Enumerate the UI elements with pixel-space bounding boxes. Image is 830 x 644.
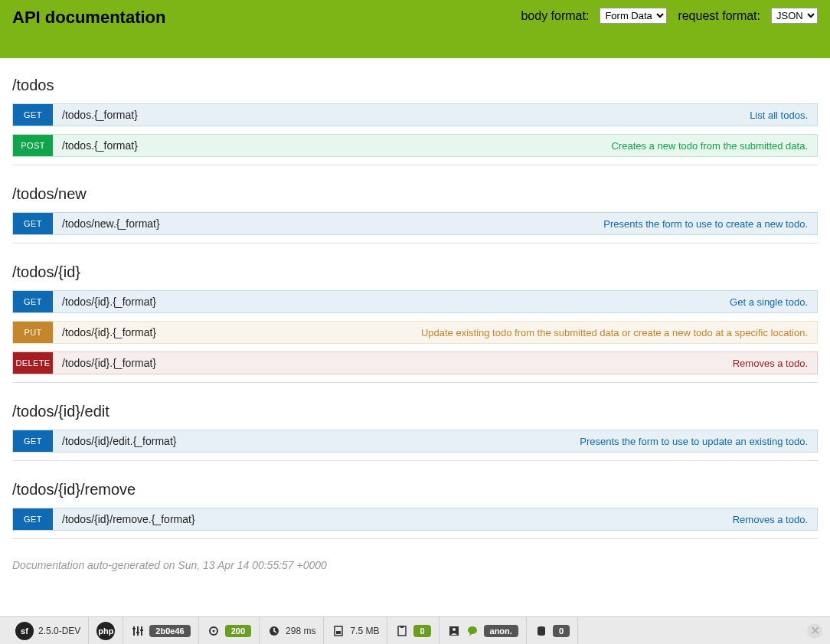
endpoint-body: /todos/{id}.{_format} Removes a todo. xyxy=(53,352,817,374)
endpoint-desc: Presents the form to use to update an ex… xyxy=(580,436,808,447)
endpoint-path: /todos/{id}.{_format} xyxy=(62,357,156,369)
endpoint-path: /todos/{id}/edit.{_format} xyxy=(62,435,176,447)
api-section: /todos/{id}/edit GET /todos/{id}/edit.{_… xyxy=(12,403,818,461)
section-title[interactable]: /todos xyxy=(12,77,818,94)
page-title: API documentation xyxy=(12,8,165,28)
endpoint-body: /todos/new.{_format} Presents the form t… xyxy=(53,213,817,234)
method-badge-get: GET xyxy=(13,508,53,530)
endpoint-body: /todos/{id}.{_format} Update existing to… xyxy=(53,322,817,343)
endpoint-path: /todos/{id}.{_format} xyxy=(62,326,156,338)
content: /todos GET /todos.{_format} List all tod… xyxy=(0,58,830,579)
endpoint-desc: Presents the form to use to create a new… xyxy=(603,218,808,230)
footnote: Documentation auto-generated on Sun, 13 … xyxy=(12,559,818,571)
endpoint-body: /todos/{id}.{_format} Get a single todo. xyxy=(53,291,817,312)
endpoint-desc: List all todos. xyxy=(750,110,808,121)
method-badge-get: GET xyxy=(13,291,53,312)
api-section: /todos/{id} GET /todos/{id}.{_format} Ge… xyxy=(12,263,818,383)
endpoint-row[interactable]: GET /todos/{id}.{_format} Get a single t… xyxy=(12,290,818,313)
method-badge-get: GET xyxy=(13,430,53,452)
endpoint-body: /todos/{id}/edit.{_format} Presents the … xyxy=(53,430,817,452)
section-title[interactable]: /todos/{id}/remove xyxy=(12,481,818,499)
request-format-select[interactable]: JSON xyxy=(771,8,818,24)
section-divider xyxy=(12,460,818,461)
endpoint-desc: Update existing todo from the submitted … xyxy=(421,327,808,338)
section-divider xyxy=(12,243,818,244)
section-divider xyxy=(12,165,818,165)
method-badge-get: GET xyxy=(13,213,53,234)
endpoint-row[interactable]: DELETE /todos/{id}.{_format} Removes a t… xyxy=(12,351,818,374)
section-title[interactable]: /todos/{id}/edit xyxy=(12,403,818,420)
api-section: /todos GET /todos.{_format} List all tod… xyxy=(12,77,818,165)
endpoint-body: /todos.{_format} List all todos. xyxy=(53,104,817,126)
body-format-select[interactable]: Form Data xyxy=(600,8,667,24)
endpoint-path: /todos/{id}/remove.{_format} xyxy=(62,513,195,525)
endpoint-body: /todos/{id}/remove.{_format} Removes a t… xyxy=(53,508,817,530)
endpoint-desc: Removes a todo. xyxy=(733,358,808,369)
endpoint-row[interactable]: PUT /todos/{id}.{_format} Update existin… xyxy=(12,321,818,344)
section-title[interactable]: /todos/new xyxy=(12,185,818,203)
endpoint-row[interactable]: POST /todos.{_format} Creates a new todo… xyxy=(12,134,818,157)
endpoint-desc: Get a single todo. xyxy=(730,296,808,308)
endpoint-path: /todos.{_format} xyxy=(62,139,138,152)
header-controls: body format: Form Data request format: J… xyxy=(521,8,818,24)
api-section: /todos/new GET /todos/new.{_format} Pres… xyxy=(12,185,818,244)
endpoint-row[interactable]: GET /todos/{id}/remove.{_format} Removes… xyxy=(12,508,818,531)
section-title[interactable]: /todos/{id} xyxy=(12,263,818,281)
method-badge-post: POST xyxy=(13,135,53,156)
endpoint-path: /todos/new.{_format} xyxy=(62,217,160,230)
endpoint-body: /todos.{_format} Creates a new todo from… xyxy=(53,135,817,156)
api-section: /todos/{id}/remove GET /todos/{id}/remov… xyxy=(12,481,818,539)
method-badge-delete: DELETE xyxy=(13,352,53,374)
section-divider xyxy=(12,382,818,383)
request-format-label: request format: xyxy=(678,9,760,23)
body-format-label: body format: xyxy=(521,9,589,23)
page-header: API documentation body format: Form Data… xyxy=(0,0,830,58)
endpoint-path: /todos/{id}.{_format} xyxy=(62,296,156,308)
method-badge-get: GET xyxy=(13,104,53,126)
endpoint-desc: Creates a new todo from the submitted da… xyxy=(611,140,808,152)
endpoint-path: /todos.{_format} xyxy=(62,109,138,121)
endpoint-row[interactable]: GET /todos/{id}/edit.{_format} Presents … xyxy=(12,430,818,453)
endpoint-row[interactable]: GET /todos/new.{_format} Presents the fo… xyxy=(12,212,818,235)
section-divider xyxy=(12,538,818,539)
endpoint-desc: Removes a todo. xyxy=(733,514,808,525)
endpoint-row[interactable]: GET /todos.{_format} List all todos. xyxy=(12,103,818,126)
method-badge-put: PUT xyxy=(13,322,53,343)
